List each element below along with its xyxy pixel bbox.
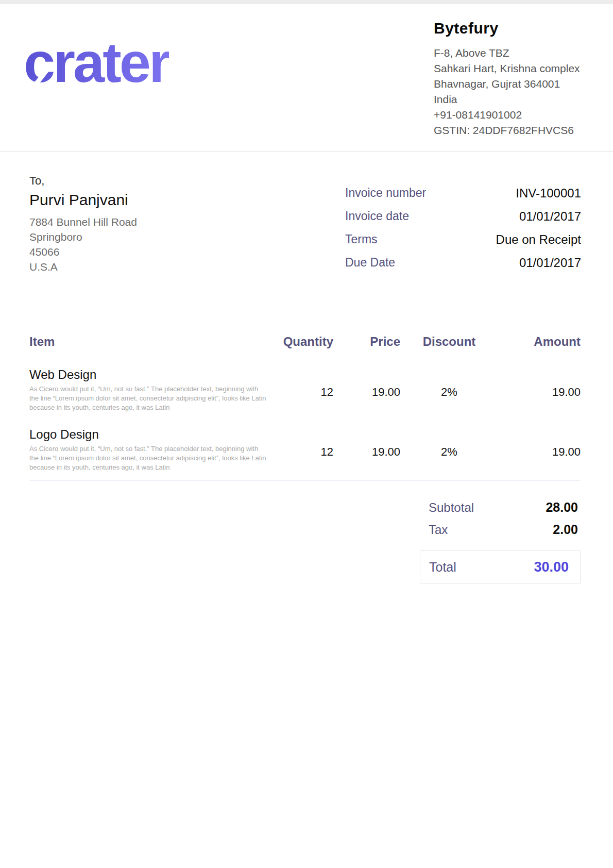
item-cell: Web Design As Cicero would put it, “Um, … xyxy=(29,367,276,412)
invoice-number-label: Invoice number xyxy=(345,186,426,200)
company-name: Bytefury xyxy=(434,20,593,37)
logo-slash-icon xyxy=(227,69,247,93)
item-amount: 19.00 xyxy=(498,427,581,459)
invoice-date-value: 01/01/2017 xyxy=(519,209,581,224)
company-address-line: India xyxy=(434,92,593,107)
terms-label: Terms xyxy=(345,232,378,246)
terms-value: Due on Receipt xyxy=(496,232,581,247)
item-description: As Cicero would put it, “Um, not so fast… xyxy=(29,385,267,412)
item-price: 19.00 xyxy=(333,367,400,399)
due-date-label: Due Date xyxy=(345,256,395,270)
item-discount: 2% xyxy=(400,367,498,399)
due-date-row: Due Date 01/01/2017 xyxy=(345,251,581,274)
item-quantity: 12 xyxy=(276,367,333,399)
invoice-date-label: Invoice date xyxy=(345,209,409,223)
subtotal-row: Subtotal 28.00 xyxy=(410,496,581,519)
customer-address-line: 7884 Bunnel Hill Road xyxy=(29,214,137,229)
company-address-line: Sahkari Hart, Krishna complex xyxy=(434,61,593,76)
customer-address-line: Springboro xyxy=(29,229,137,244)
company-address-line: Bhavnagar, Gujrat 364001 xyxy=(434,76,593,92)
item-quantity: 12 xyxy=(276,427,333,459)
tax-label: Tax xyxy=(429,523,448,537)
items-table: Item Quantity Price Discount Amount Web … xyxy=(29,331,581,481)
total-box: Total 30.00 xyxy=(420,550,581,583)
discount-column-header: Discount xyxy=(400,335,498,349)
price-column-header: Price xyxy=(333,335,400,349)
invoice-date-row: Invoice date 01/01/2017 xyxy=(345,205,581,228)
subtotal-label: Subtotal xyxy=(429,500,474,515)
table-row: Web Design As Cicero would put it, “Um, … xyxy=(29,367,581,412)
bill-to-label: To, xyxy=(29,173,137,189)
invoice-document: crater Bytefury F-8, Above TBZ Sahkari H… xyxy=(0,0,613,868)
item-description: As Cicero would put it, “Um, not so fast… xyxy=(29,444,267,472)
subtotal-value: 28.00 xyxy=(546,500,578,515)
item-name: Web Design xyxy=(29,367,276,382)
tax-row: Tax 2.00 xyxy=(410,519,581,541)
tax-value: 2.00 xyxy=(553,522,578,537)
totals-section: Subtotal 28.00 Tax 2.00 Total 30.00 xyxy=(410,496,581,583)
table-divider xyxy=(29,480,581,481)
terms-row: Terms Due on Receipt xyxy=(345,228,581,251)
top-strip xyxy=(0,0,613,4)
company-phone: +91-08141901002 xyxy=(434,107,593,123)
item-amount: 19.00 xyxy=(498,367,581,399)
company-block: Bytefury F-8, Above TBZ Sahkari Hart, Kr… xyxy=(434,20,593,138)
invoice-header: crater Bytefury F-8, Above TBZ Sahkari H… xyxy=(0,4,613,152)
table-row: Logo Design As Cicero would put it, “Um,… xyxy=(29,427,581,472)
total-value: 30.00 xyxy=(534,559,569,575)
invoice-meta: Invoice number INV-100001 Invoice date 0… xyxy=(345,181,581,274)
due-date-value: 01/01/2017 xyxy=(519,256,581,270)
bill-to-block: To, Purvi Panjvani 7884 Bunnel Hill Road… xyxy=(29,173,137,274)
invoice-number-row: Invoice number INV-100001 xyxy=(345,181,581,205)
item-discount: 2% xyxy=(400,427,498,459)
customer-address-line: 45066 xyxy=(29,244,137,259)
item-name: Logo Design xyxy=(29,427,276,442)
quantity-column-header: Quantity xyxy=(276,335,333,349)
total-label: Total xyxy=(429,560,456,575)
item-column-header: Item xyxy=(29,335,276,349)
items-table-header: Item Quantity Price Discount Amount xyxy=(29,331,581,353)
crater-logo: crater xyxy=(24,34,169,91)
item-cell: Logo Design As Cicero would put it, “Um,… xyxy=(29,427,276,472)
customer-name: Purvi Panjvani xyxy=(29,190,137,210)
invoice-number-value: INV-100001 xyxy=(516,186,581,201)
company-address-line: F-8, Above TBZ xyxy=(434,45,593,61)
customer-address-line: U.S.A xyxy=(29,259,137,274)
item-price: 19.00 xyxy=(333,427,400,459)
company-gstin: GSTIN: 24DDF7682FHVCS6 xyxy=(434,123,593,138)
amount-column-header: Amount xyxy=(498,335,581,349)
